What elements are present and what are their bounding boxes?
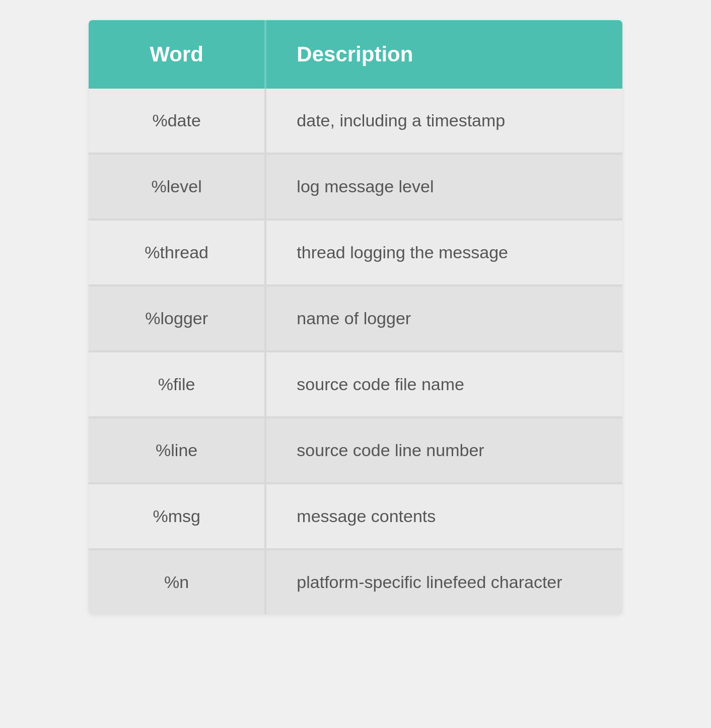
main-table: Word Description %datedate, including a …: [89, 20, 622, 614]
cell-description: log message level: [266, 155, 622, 219]
cell-description: message contents: [266, 484, 622, 548]
cell-description: name of logger: [266, 286, 622, 350]
cell-word: %msg: [89, 484, 266, 548]
cell-description: source code file name: [266, 352, 622, 416]
table-row: %msgmessage contents: [89, 484, 622, 550]
cell-word: %date: [89, 89, 266, 153]
column-header-description: Description: [266, 20, 622, 89]
cell-description: thread logging the message: [266, 221, 622, 284]
table-row: %filesource code file name: [89, 352, 622, 418]
table-body: %datedate, including a timestamp%levello…: [89, 89, 622, 614]
cell-description: date, including a timestamp: [266, 89, 622, 153]
cell-description: source code line number: [266, 418, 622, 482]
table-row: %threadthread logging the message: [89, 221, 622, 286]
cell-word: %thread: [89, 221, 266, 284]
cell-word: %logger: [89, 286, 266, 350]
cell-word: %file: [89, 352, 266, 416]
cell-word: %level: [89, 155, 266, 219]
cell-description: platform-specific linefeed character: [266, 550, 622, 614]
column-header-word: Word: [89, 20, 266, 89]
table-header: Word Description: [89, 20, 622, 89]
table-row: %linesource code line number: [89, 418, 622, 484]
table-row: %levellog message level: [89, 155, 622, 221]
table-row: %datedate, including a timestamp: [89, 89, 622, 155]
table-row: %nplatform-specific linefeed character: [89, 550, 622, 614]
cell-word: %line: [89, 418, 266, 482]
cell-word: %n: [89, 550, 266, 614]
table-row: %loggername of logger: [89, 286, 622, 352]
